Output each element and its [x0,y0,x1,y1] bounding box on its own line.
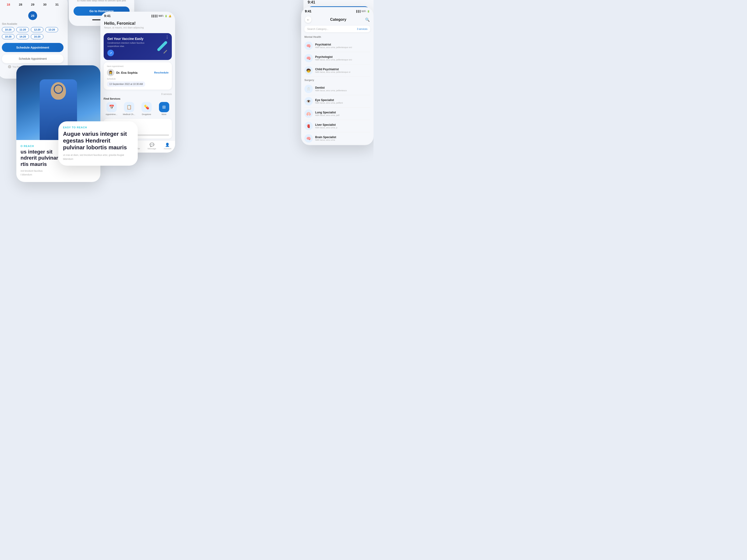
cat-item-psychiatrist[interactable]: 🧠 Psychiatrist Nibh lacus, arcu urna, pe… [304,40,370,52]
search-placeholder: Search Category... [307,28,329,30]
nav-message[interactable]: 💬 Message [148,142,156,150]
service-item-appt[interactable]: 📅 Appointme... [104,102,119,115]
vaccine-title: Get Your Vaccine Easly [107,37,154,41]
easy-reach-body: ut cras at diam, sed tincidunt faucibus … [63,153,133,161]
schedule-label: Schedule [107,78,169,80]
cat-status-icons: ▐▐▐ WiFi 🔋 [356,10,370,12]
services-grid: 📅 Appointme... 📋 Medical Ch... 💊 Drugsto… [104,102,172,115]
schedule-btn-secondary[interactable]: Schedule Appointment [2,54,63,63]
cal-day-18[interactable]: 18 [4,0,13,9]
find-services-section: Find Services 📅 Appointme... 📋 Medical C… [100,96,175,117]
cat-item-brain-specialist[interactable]: 🧠 Brain Specialist Nibh lacus, arcu urna [304,132,370,145]
vaccine-arrow-btn[interactable]: ↗ [107,50,114,56]
cat-item-psychologist[interactable]: 🧠 Psychologist Nibh lacus, arcu urna, pe… [304,52,370,64]
child-psychiatrist-info: Child Psychiatrist Nibh lacus, arcu urna… [315,68,351,73]
schedule-btn-primary[interactable]: Schedule Appointment [2,43,63,52]
services-badge: 3 services [357,28,367,30]
category-search-bar[interactable]: Search Category... 3 services [304,26,370,32]
category-card: 9:41 ▐▐▐ WiFi 🔋 ← Category 🔍 Search Cate… [301,7,374,145]
brain-specialist-sub: Nibh lacus, arcu urna [315,139,336,141]
more-icon: ⊞ [159,102,169,112]
service-item-medical[interactable]: 📋 Medical Ch... [121,102,137,115]
lung-specialist-sub: Nibh lacus, arcu urna, pell [315,114,339,116]
signal-icon-home: ▐▐▐▐ [151,15,157,17]
service-name-more: More [161,113,166,115]
services-count: 8 services [100,91,175,96]
cal-day-28[interactable]: 28 [16,0,25,9]
info-icon: i [8,65,11,69]
slot-1320[interactable]: 13:20 [45,27,58,32]
glasses [54,84,63,94]
easy-reach-card: EASY TO REACH Augue varius integer sit e… [58,121,138,166]
appt-label: Next Appointment [107,65,169,68]
cat-item-dentist[interactable]: 🦷 Dentist Nibh lacus, arcu urna, pellent… [304,83,370,95]
account-nav-icon: 👤 [165,142,170,147]
vaccine-banner[interactable]: Get Your Vaccine Easly Condimentum inter… [104,33,172,60]
schedule-date: 13 September 2022 at 10:30 AM [107,81,145,87]
cat-signal-icon: ▐▐▐ [356,10,360,12]
cat-item-lung-specialist[interactable]: 🫁 Lung Specialist Nibh lacus, arcu urna,… [304,108,370,120]
more-options-icon[interactable]: ⋮ [165,35,169,39]
medical-icon: 📋 [124,102,134,112]
syringe-tip [163,50,168,54]
service-name-medical: Medical Ch... [123,113,135,115]
cat-battery-icon: 🔋 [367,10,370,12]
brain-specialist-info: Brain Specialist Nibh lacus, arcu urna [315,136,336,141]
home-status-icons: ▐▐▐▐ WiFi 🔋 🔔 [151,15,171,17]
appointment-card: Next Appointment 👩‍⚕️ Dr. Eva Sophia Res… [104,62,172,89]
reschedule-btn[interactable]: Reschedule [154,71,169,74]
service-item-more[interactable]: ⊞ More [156,102,172,115]
drugstore-icon: 💊 [141,102,152,112]
cat-wifi-icon: WiFi [361,10,366,12]
psychologist-info: Psychologist Nibh lacus, arcu urna, pell… [315,55,352,61]
dentist-sub: Nibh lacus, arcu urna, pellentesco [315,89,347,92]
nav-account[interactable]: 👤 Account [164,142,171,150]
battery-icon-home: 🔋 [164,15,168,17]
surgery-section: Surgery 🦷 Dentist Nibh lacus, arcu urna,… [301,77,374,145]
cal-day-25[interactable]: 25 [28,11,37,20]
category-title: Category [330,18,346,22]
slot-1420[interactable]: 14:20 [16,34,29,39]
cal-day-29[interactable]: 29 [28,0,37,9]
cat-time: 9:41 [305,9,311,13]
slot-1220[interactable]: 12:20 [31,27,44,32]
cat-item-eye-specialist[interactable]: 👁️ Eye Specialist Nibh lacus, arcu urna,… [304,95,370,108]
greeting-section: Hello, Feronica! Neque, at mauris, orci … [100,19,175,31]
child-psychiatrist-name: Child Psychiatrist [315,68,351,71]
eye-specialist-info: Eye Specialist Nibh lacus, arcu urna, pe… [315,99,343,104]
vaccine-body: Condimentum interdum nullam faucibus sus… [107,42,154,48]
home-time: 9:41 [104,14,111,18]
lung-specialist-name: Lung Specialist [315,111,339,114]
mental-health-label: Mental Health [304,35,370,38]
bell-icon: 🔔 [169,15,171,17]
slot-1620[interactable]: 16:20 [31,34,44,39]
wifi-icon-home: WiFi [158,15,163,17]
mental-health-section: Mental Health 🧠 Psychiatrist Nibh lacus,… [301,34,374,77]
eye-specialist-icon: 👁️ [304,97,313,105]
dentist-name: Dentist [315,86,347,89]
cat-item-liver-specialist[interactable]: 🫀 Liver Specialist Nibh lacus, arcu urna… [304,120,370,132]
service-item-drugstore[interactable]: 💊 Drugstore [139,102,154,115]
dentist-icon: 🦷 [304,85,313,93]
doctor-name: Dr. Eva Sophia [116,71,137,75]
dentist-info: Dentist Nibh lacus, arcu urna, pellentes… [315,86,347,92]
easy-reach-label: EASY TO REACH [63,126,133,129]
cal-day-31[interactable]: 31 [53,0,61,9]
cal-day-30[interactable]: 30 [41,0,49,9]
greeting-text: Hello, Feronica! [104,21,171,26]
brain-specialist-name: Brain Specialist [315,136,336,139]
psychologist-sub: Nibh lacus, arcu urna, pellentesque orci [315,59,352,61]
psychiatrist-info: Psychiatrist Nibh lacus, arcu urna, pell… [315,43,352,49]
success-body: Et nulla odio aliqu tellus id ultrices q… [74,0,130,3]
category-search-icon[interactable]: 🔍 [365,18,370,22]
slot-1120[interactable]: 11:20 [16,27,29,32]
slot-1020a[interactable]: 10:20 [2,27,15,32]
easy-reach-heading: Augue varius integer sit egestas Hendrer… [63,131,133,151]
cat-item-child-psychiatrist[interactable]: 🧒 Child Psychiatrist Nibh lacus, arcu ur… [304,64,370,77]
cat-status-bar: 9:41 ▐▐▐ WiFi 🔋 [301,7,374,15]
child-psychiatrist-sub: Nibh lacus, arcu urna, pellentesque or [315,71,351,73]
doctor-avatar: 👩‍⚕️ [107,69,114,76]
slot-1020b[interactable]: 10:20 [2,34,15,39]
appointment-icon: 📅 [106,102,117,112]
back-button[interactable]: ← [305,16,311,23]
